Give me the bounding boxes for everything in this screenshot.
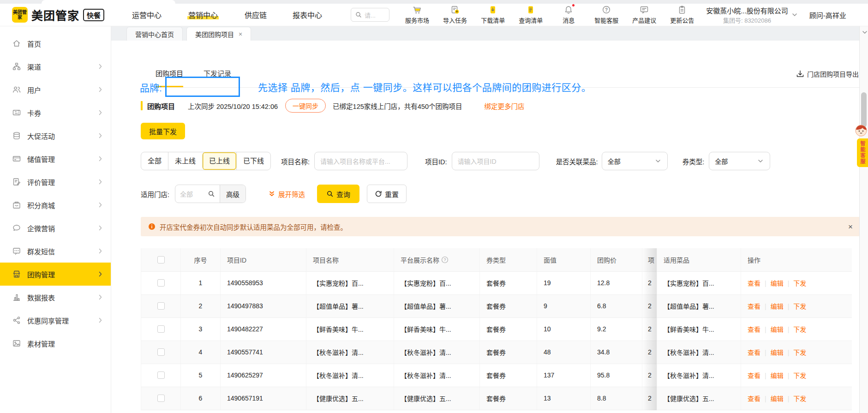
dispatch-link[interactable]: 下发 [793,280,806,287]
export-icon [796,69,805,78]
row-checkbox[interactable] [157,325,165,333]
sidebar-item-label: 企微营销 [27,223,97,233]
scrollbar-thumb[interactable] [861,92,867,127]
row-checkbox[interactable] [157,302,165,310]
header-search-input[interactable]: 请... [351,8,389,22]
scroll-top-icon[interactable] [861,29,868,36]
query-button[interactable]: 查询 [317,185,359,203]
reset-button[interactable]: 重置 [367,185,407,203]
help-circle-icon[interactable]: ? [441,256,449,263]
row-checkbox[interactable] [157,279,165,287]
company-switcher[interactable]: 安徽蒸小皖...股份有限公司 集团号: 83202086 [706,6,798,24]
quick-action-bell[interactable]: 消息 [557,5,581,24]
sidebar-item-channel[interactable]: 渠道 [0,55,111,78]
project-id-input[interactable]: 请输入项目ID [452,152,539,170]
cell-project-name: 【健康优选】五... [306,387,394,410]
view-link[interactable]: 查看 [748,326,760,333]
sidebar-item-users[interactable]: 用户 [0,78,111,101]
edit-link[interactable]: 编辑 [771,326,784,333]
sidebar-item-material[interactable]: 素材管理 [0,332,111,355]
status-tab-offline[interactable]: 已下线 [236,152,270,170]
status-tab-all[interactable]: 全部 [141,152,168,170]
cell-face-value: 9 [537,294,591,317]
advanced-filter-button[interactable]: 高级 [220,185,245,203]
view-link[interactable]: 查看 [748,395,760,402]
close-tab-icon[interactable]: × [239,30,242,38]
sidebar-item-promo[interactable]: 大促活动 [0,124,111,147]
nav-reports[interactable]: 报表中心 [293,9,322,20]
dispatch-link[interactable]: 下发 [793,326,806,333]
sidebar-item-groupbuy[interactable]: 团购管理 [0,263,111,286]
assistant-widget[interactable]: 智能客服 [854,124,868,167]
row-checkbox[interactable] [157,395,165,402]
vertical-scrollbar[interactable] [859,26,868,413]
one-click-sync-button[interactable]: 一键同步 [285,99,326,113]
cell-platform-name: 【秋冬滋补】清... [394,341,480,364]
expand-filters-link[interactable]: 展开筛选 [268,189,305,199]
dispatch-link[interactable]: 下发 [793,303,806,310]
coupon-type-select[interactable]: 全部 [709,152,770,170]
double-chevron-down-icon [268,190,275,198]
edit-link[interactable]: 编辑 [771,349,784,356]
cell-face-value: 10 [537,317,591,341]
row-checkbox[interactable] [157,348,165,356]
select-all-checkbox[interactable] [157,256,165,263]
edit-link[interactable]: 编辑 [771,303,784,310]
view-link[interactable]: 查看 [748,303,760,310]
status-tab-online[interactable]: 已上线 [202,152,236,170]
edit-link[interactable]: 编辑 [771,280,784,287]
assistant-mascot-icon [854,124,868,138]
sidebar-item-coupon[interactable]: 卡券 [0,101,111,124]
cell-project-id: 1490482227 [221,317,306,341]
cell-platform-name: 【鲜香美味】牛... [394,317,480,341]
tab-marketing-home[interactable]: 营销中心首页 [126,27,183,41]
edit-link[interactable]: 编辑 [771,395,784,402]
tab-meituan-group-buy[interactable]: 美团团购项目 × [186,27,251,41]
batch-dispatch-button[interactable]: 批量下发 [141,123,185,139]
sidebar-item-points[interactable]: 积分商城 [0,193,111,216]
nav-operations[interactable]: 运营中心 [132,9,162,20]
quick-action-announce[interactable]: 更新公告 [670,5,694,24]
sidebar-item-sms[interactable]: 群发短信 [0,239,111,263]
sidebar-item-wecom[interactable]: 企微营销 [0,216,111,239]
quick-action-market[interactable]: 服务市场 [405,5,429,24]
dispatch-link[interactable]: 下发 [793,395,806,402]
sidebar-item-report[interactable]: 数据报表 [0,286,111,309]
quick-action-import[interactable]: 导入任务 [443,5,467,24]
dispatch-link[interactable]: 下发 [793,349,806,356]
store-export-link[interactable]: 门店团购项目导出 [796,69,859,78]
quick-action-help[interactable]: ? 智能客服 [594,5,618,24]
cell-coupon-type: 套餐券 [480,364,537,387]
chevron-right-icon [97,293,103,301]
quick-action-query-list[interactable]: 查询清单 [519,5,543,24]
cell-face-value: 48 [537,341,591,364]
announce-icon [677,5,687,14]
content-area: 营销中心首页 美团团购项目 × 团购项目 下发记录 门店团购项目导出 品牌: 先… [111,26,868,413]
brand-badge: 快餐 [83,9,104,21]
close-notice-icon[interactable]: × [848,223,853,231]
dish-link-select[interactable]: 全部 [602,152,668,170]
cell-index: 1 [181,271,221,294]
edit-link[interactable]: 编辑 [771,372,784,379]
sidebar-item-stored[interactable]: 储值管理 [0,147,111,170]
project-name-input[interactable]: 请输入项目名称或平台... [314,152,407,170]
sidebar-item-label: 数据报表 [27,293,97,302]
sidebar-item-home[interactable]: 首页 [0,32,111,55]
nav-supply-chain[interactable]: 供应链 [245,9,267,20]
sidebar-item-label: 积分商城 [27,200,97,210]
store-filter-combo: 全部 高级 [175,185,246,203]
store-search-input[interactable]: 全部 [175,185,220,203]
view-link[interactable]: 查看 [748,372,760,379]
bind-more-stores-link[interactable]: 绑定更多门店 [484,101,524,111]
dispatch-link[interactable]: 下发 [793,372,806,379]
row-checkbox[interactable] [157,371,165,379]
sidebar-item-share[interactable]: 优惠同享管理 [0,309,111,332]
view-link[interactable]: 查看 [748,349,760,356]
cell-dishes: 【超值单品】薯... [657,294,741,317]
view-link[interactable]: 查看 [748,280,760,287]
sidebar-item-review[interactable]: 评价管理 [0,170,111,193]
quick-action-download-list[interactable]: 下载清单 [481,5,505,24]
nav-marketing[interactable]: 营销中心 [187,9,219,20]
quick-action-suggest[interactable]: 产品建议 [632,5,656,24]
status-tab-offline-pending[interactable]: 未上线 [168,152,202,170]
